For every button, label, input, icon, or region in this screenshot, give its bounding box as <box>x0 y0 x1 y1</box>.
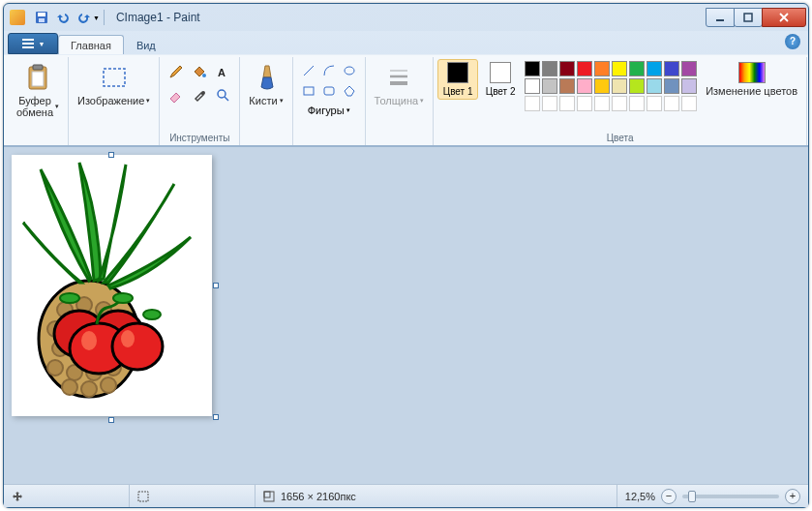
palette-swatch-empty[interactable] <box>629 96 645 111</box>
palette-swatch[interactable] <box>525 61 540 76</box>
svg-point-42 <box>81 381 97 397</box>
brush-icon <box>251 62 282 93</box>
palette-swatch[interactable] <box>681 61 697 76</box>
zoom-value: 12,5% <box>625 491 655 502</box>
svg-point-47 <box>112 323 163 370</box>
tab-view[interactable]: Вид <box>124 35 168 54</box>
magnifier-tool[interactable] <box>212 84 233 105</box>
resize-handle-s[interactable] <box>108 417 114 423</box>
palette-swatch[interactable] <box>664 61 679 76</box>
palette-swatch[interactable] <box>647 61 662 76</box>
palette-swatch[interactable] <box>612 61 627 76</box>
shape-curve[interactable] <box>319 61 339 80</box>
palette-swatch[interactable] <box>647 78 662 94</box>
shape-roundrect[interactable] <box>319 81 339 101</box>
palette-swatch-empty[interactable] <box>664 96 679 111</box>
palette-swatch[interactable] <box>542 61 557 76</box>
help-button[interactable]: ? <box>785 34 800 49</box>
palette-swatch[interactable] <box>612 78 627 94</box>
resize-handle-e[interactable] <box>213 283 219 288</box>
file-menu-button[interactable]: ▼ <box>8 33 58 54</box>
maximize-button[interactable] <box>734 8 763 27</box>
app-window: ▼ CImage1 - Paint ▼ Главная Вид ? Б <box>3 3 809 508</box>
close-button[interactable] <box>762 8 806 27</box>
palette-swatch[interactable] <box>559 78 575 94</box>
palette-swatch[interactable] <box>525 78 540 94</box>
shape-oval[interactable] <box>340 61 359 80</box>
quick-access-toolbar <box>33 9 93 26</box>
palette-swatch[interactable] <box>681 78 697 94</box>
svg-rect-53 <box>138 492 148 501</box>
palette-swatch-empty[interactable] <box>681 96 697 111</box>
save-button[interactable] <box>33 9 50 26</box>
color1-swatch <box>447 62 468 83</box>
svg-point-41 <box>62 379 77 395</box>
svg-rect-6 <box>22 43 34 45</box>
svg-point-37 <box>47 360 63 376</box>
brushes-button[interactable]: Кисти▾ <box>244 59 287 109</box>
svg-point-50 <box>60 293 79 303</box>
size-icon <box>263 491 275 502</box>
zoom-slider[interactable] <box>682 495 779 498</box>
palette-swatch-empty[interactable] <box>542 96 557 111</box>
palette-swatch[interactable] <box>594 61 610 76</box>
svg-rect-11 <box>104 69 125 86</box>
svg-rect-4 <box>744 14 752 21</box>
palette-swatch-empty[interactable] <box>647 96 662 111</box>
palette-swatch[interactable] <box>577 61 592 76</box>
shapes-gallery[interactable] <box>297 59 361 103</box>
zoom-in-button[interactable]: + <box>785 489 800 504</box>
palette-swatch-empty[interactable] <box>525 96 540 111</box>
svg-point-51 <box>113 293 133 303</box>
resize-handle-n[interactable] <box>108 152 114 158</box>
svg-point-14 <box>201 91 205 95</box>
ribbon-home: Буфер обмена▾ Изображение▾ <box>4 54 808 145</box>
palette-swatch[interactable] <box>664 78 679 94</box>
palette-swatch[interactable] <box>629 78 645 94</box>
group-size: Толщина▾ <box>366 57 435 145</box>
svg-point-48 <box>81 331 97 350</box>
canvas[interactable] <box>12 155 212 416</box>
svg-rect-10 <box>32 72 44 86</box>
palette-swatch-empty[interactable] <box>594 96 610 111</box>
palette-swatch[interactable] <box>577 78 592 94</box>
tab-home[interactable]: Главная <box>58 35 124 54</box>
resize-handle-se[interactable] <box>213 414 219 420</box>
palette-swatch[interactable] <box>542 78 557 94</box>
ribbon: ▼ Главная Вид ? Буфер обмена▾ <box>4 31 808 146</box>
clipboard-icon <box>22 62 53 93</box>
palette-swatch[interactable] <box>559 61 575 76</box>
fill-tool[interactable] <box>189 61 210 82</box>
eraser-tool[interactable] <box>165 84 187 105</box>
canvas-area[interactable] <box>4 146 808 484</box>
palette-swatch[interactable] <box>629 61 645 76</box>
palette-swatch-empty[interactable] <box>559 96 575 111</box>
palette-swatch[interactable] <box>594 78 610 94</box>
text-tool[interactable]: A <box>212 61 233 82</box>
shape-poly[interactable] <box>340 81 359 101</box>
undo-button[interactable] <box>54 9 72 26</box>
pencil-tool[interactable] <box>165 61 187 82</box>
move-icon <box>12 491 23 502</box>
svg-point-49 <box>121 330 135 347</box>
minimize-button[interactable] <box>706 8 735 27</box>
redo-button[interactable] <box>75 9 93 26</box>
shape-line[interactable] <box>299 61 318 80</box>
select-button[interactable]: Изображение▾ <box>73 59 155 109</box>
svg-rect-54 <box>264 492 274 501</box>
color2-button[interactable]: Цвет 2 <box>480 59 521 100</box>
palette-swatch-empty[interactable] <box>577 96 592 111</box>
edit-colors-button[interactable]: Изменение цветов <box>701 59 802 100</box>
shape-rect[interactable] <box>299 81 318 101</box>
palette-swatch-empty[interactable] <box>612 96 627 111</box>
svg-rect-1 <box>38 13 45 16</box>
size-button[interactable]: Толщина▾ <box>370 59 430 109</box>
status-bar: 1656 × 2160пкс 12,5% − + <box>4 484 808 507</box>
color-picker-tool[interactable] <box>189 84 210 105</box>
qat-dropdown[interactable]: ▼ <box>93 15 100 21</box>
zoom-out-button[interactable]: − <box>661 489 677 504</box>
svg-point-43 <box>101 377 116 393</box>
canvas-content <box>12 155 212 416</box>
paste-button[interactable]: Буфер обмена▾ <box>12 59 64 121</box>
color1-button[interactable]: Цвет 1 <box>437 59 478 100</box>
